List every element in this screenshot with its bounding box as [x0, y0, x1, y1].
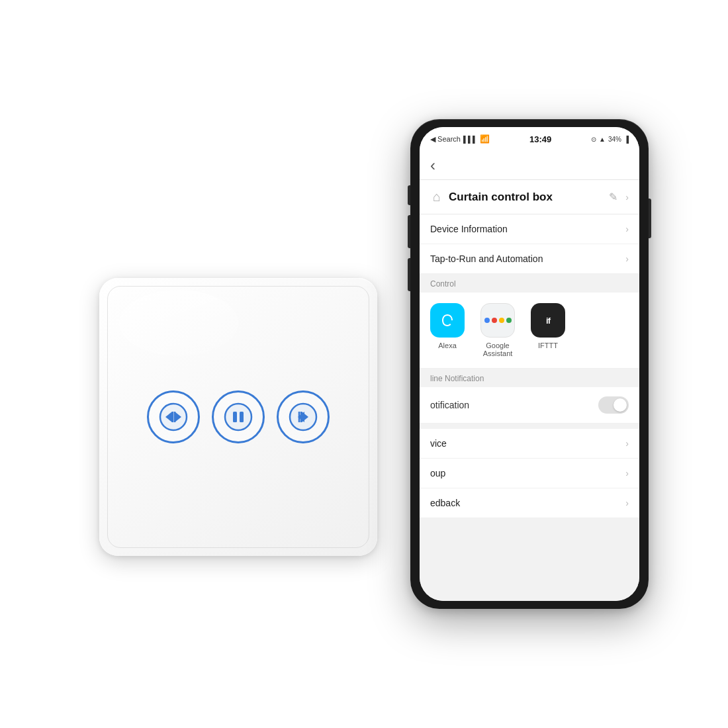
voice-control-label: Control: [430, 279, 456, 289]
svg-point-13: [439, 312, 456, 329]
phone-screen: ◀ Search ▌▌▌ 📶 13:49 ⊙ ▲ 34% ▐ ‹ ⌂ C: [420, 127, 639, 601]
bottom-item-device[interactable]: vice ›: [420, 429, 639, 459]
dot-blue: [484, 318, 490, 323]
alexa-item[interactable]: Alexa: [430, 303, 465, 349]
power-button: [649, 199, 651, 238]
svg-rect-6: [233, 412, 237, 422]
notification-section-header: line Notification: [420, 369, 639, 387]
battery-percent: 34%: [608, 136, 621, 143]
device-info-label: Device Information: [430, 224, 508, 234]
voice-control-header: Control: [420, 274, 639, 293]
voice-section: Alexa Google Assistant: [420, 293, 639, 369]
google-assistant-icon: [480, 303, 515, 338]
title-row: ⌂ Curtain control box ✎ ›: [420, 180, 639, 214]
bottom-item-group[interactable]: oup ›: [420, 459, 639, 488]
open-button[interactable]: [147, 390, 200, 443]
dot-green: [506, 318, 512, 323]
status-right: ⊙ ▲ 34% ▐: [591, 136, 629, 143]
google-assistant-label: Google Assistant: [483, 341, 513, 357]
notification-header-label: line Notification: [430, 374, 484, 383]
ifttt-item[interactable]: if IFTTT: [531, 303, 565, 349]
group-chevron: ›: [625, 468, 629, 478]
home-icon: ⌂: [433, 189, 441, 205]
volume-up-button: [408, 215, 410, 248]
group-label: oup: [430, 468, 445, 478]
ifttt-label: IFTTT: [538, 341, 558, 349]
signal-bars: ▌▌▌: [463, 136, 477, 143]
bottom-section: vice › oup › edback ›: [420, 424, 639, 601]
location-icon: ⊙: [591, 136, 596, 143]
ifttt-icon: if: [531, 303, 565, 338]
google-dots: [484, 318, 512, 323]
ifttt-text: if: [546, 316, 550, 326]
switch-buttons: [147, 390, 330, 443]
wifi-icon: 📶: [480, 134, 490, 144]
dot-red: [492, 318, 497, 323]
status-time: 13:49: [529, 134, 551, 144]
alexa-icon: [430, 303, 465, 338]
notification-label: otification: [430, 400, 469, 410]
nav-bar: ‹: [420, 151, 639, 180]
device-title: Curtain control box: [449, 191, 601, 204]
switch-device: [99, 278, 377, 556]
title-chevron: ›: [625, 192, 629, 203]
device-info-chevron: ›: [625, 224, 629, 234]
mute-button: [408, 185, 410, 205]
phone: ◀ Search ▌▌▌ 📶 13:49 ⊙ ▲ 34% ▐ ‹ ⌂ C: [410, 119, 649, 609]
battery-icon: ▐: [624, 136, 629, 143]
alexa-label: Alexa: [438, 341, 457, 349]
close-button[interactable]: [277, 390, 330, 443]
edit-icon[interactable]: ✎: [609, 191, 617, 203]
svg-point-5: [225, 404, 251, 430]
google-assistant-item[interactable]: Google Assistant: [480, 303, 515, 357]
stop-button[interactable]: [212, 390, 265, 443]
menu-item-tap-run[interactable]: Tap-to-Run and Automation ›: [420, 244, 639, 274]
status-left: ◀ Search ▌▌▌ 📶: [430, 134, 490, 144]
volume-down-button: [408, 258, 410, 291]
feedback-chevron: ›: [625, 498, 629, 508]
back-text[interactable]: ◀ Search: [430, 135, 461, 144]
menu-item-device-info[interactable]: Device Information ›: [420, 214, 639, 244]
scene: ◀ Search ▌▌▌ 📶 13:49 ⊙ ▲ 34% ▐ ‹ ⌂ C: [66, 99, 662, 629]
svg-rect-7: [240, 412, 244, 422]
device-chevron: ›: [625, 438, 629, 449]
bottom-item-feedback[interactable]: edback ›: [420, 488, 639, 518]
tap-run-label: Tap-to-Run and Automation: [430, 253, 543, 264]
device-label: vice: [430, 438, 447, 449]
notification-toggle[interactable]: [598, 396, 629, 414]
tap-run-chevron: ›: [625, 253, 629, 264]
back-button[interactable]: ‹: [430, 156, 435, 175]
menu-list: Device Information › Tap-to-Run and Auto…: [420, 214, 639, 274]
notification-row: otification: [420, 387, 639, 424]
status-bar: ◀ Search ▌▌▌ 📶 13:49 ⊙ ▲ 34% ▐: [420, 127, 639, 151]
feedback-label: edback: [430, 498, 460, 508]
dot-yellow: [499, 318, 504, 323]
signal-icon: ▲: [599, 136, 606, 143]
